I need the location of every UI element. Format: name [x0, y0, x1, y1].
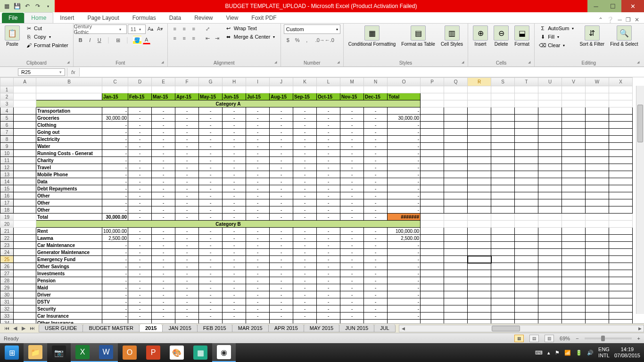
- row-header-33[interactable]: 33: [0, 313, 14, 320]
- fill-color-button[interactable]: 🪣: [133, 36, 141, 44]
- align-right-icon[interactable]: ≡: [190, 34, 198, 42]
- col-header-E[interactable]: E: [152, 78, 175, 86]
- align-left-icon[interactable]: ≡: [171, 34, 179, 42]
- percent-format-icon[interactable]: %: [293, 36, 302, 44]
- taskbar-paint[interactable]: 🎨: [165, 343, 189, 362]
- col-header-F[interactable]: F: [175, 78, 199, 86]
- row-header-13[interactable]: 13: [0, 171, 14, 178]
- page-break-view-button[interactable]: ▥: [545, 335, 554, 342]
- qat-more-icon[interactable]: ▾: [44, 2, 52, 10]
- row-header-3[interactable]: 3: [0, 100, 14, 107]
- save-icon[interactable]: 💾: [13, 2, 21, 10]
- row-header-5[interactable]: 5: [0, 115, 14, 122]
- format-cells-button[interactable]: ⬓Format: [512, 25, 531, 48]
- copy-button[interactable]: ⎘Copy▾: [24, 33, 70, 41]
- decrease-indent-icon[interactable]: ⇤: [204, 34, 212, 42]
- tab-view[interactable]: View: [220, 13, 245, 23]
- col-header-U[interactable]: U: [538, 78, 562, 86]
- tray-network-icon[interactable]: 📶: [564, 350, 571, 356]
- sheet-tab-2015[interactable]: 2015: [139, 324, 163, 332]
- tab-review[interactable]: Review: [188, 13, 219, 23]
- row-header-17[interactable]: 17: [0, 199, 14, 206]
- tray-flag-icon[interactable]: ⚑: [555, 350, 560, 356]
- taskbar-powerpoint[interactable]: P: [141, 343, 165, 362]
- col-header-N[interactable]: N: [364, 78, 388, 86]
- sheet-tab-apr-2015[interactable]: APR 2015: [268, 324, 304, 332]
- col-header-A[interactable]: A: [14, 78, 36, 86]
- row-header-22[interactable]: 22: [0, 235, 14, 242]
- row-header-27[interactable]: 27: [0, 270, 14, 277]
- row-header-24[interactable]: 24: [0, 249, 14, 256]
- sheet-tab-jun-2015[interactable]: JUN 2015: [339, 324, 374, 332]
- minimize-ribbon-icon[interactable]: ⌃: [598, 16, 603, 23]
- taskbar-camera[interactable]: 📷: [47, 343, 71, 362]
- row-header-16[interactable]: 16: [0, 192, 14, 199]
- row-header-4[interactable]: 4: [0, 107, 14, 115]
- align-middle-icon[interactable]: ≡: [180, 25, 189, 33]
- col-header-I[interactable]: I: [246, 78, 270, 86]
- cut-button[interactable]: ✂Cut: [24, 25, 70, 32]
- col-header-L[interactable]: L: [317, 78, 340, 86]
- format-painter-button[interactable]: 🖌Format Painter: [24, 41, 70, 49]
- zoom-out-button[interactable]: −: [576, 336, 578, 341]
- tab-insert[interactable]: Insert: [53, 13, 81, 23]
- active-cell[interactable]: [468, 256, 491, 263]
- sheet-last-icon[interactable]: ⏭: [28, 325, 36, 331]
- number-format-select[interactable]: Custom▾: [284, 25, 340, 34]
- col-header-W[interactable]: W: [586, 78, 609, 86]
- maximize-button[interactable]: ☐: [604, 0, 621, 12]
- col-header-S[interactable]: S: [491, 78, 515, 86]
- font-color-button[interactable]: A: [142, 36, 151, 44]
- find-select-button[interactable]: 🔍Find & Select: [608, 25, 640, 48]
- autosum-button[interactable]: ΣAutoSum▾: [537, 25, 576, 32]
- col-header-B[interactable]: B: [36, 78, 102, 86]
- tab-file[interactable]: File: [2, 13, 24, 23]
- col-header-G[interactable]: G: [199, 78, 223, 86]
- wrap-text-button[interactable]: ↩Wrap Text: [223, 25, 277, 32]
- font-size-select[interactable]: 11▾: [128, 25, 146, 34]
- underline-button[interactable]: U: [95, 36, 104, 44]
- taskbar-chrome[interactable]: ◉: [212, 343, 236, 362]
- col-header-X[interactable]: X: [609, 78, 633, 86]
- col-header-O[interactable]: O: [388, 78, 421, 86]
- col-header-Q[interactable]: Q: [444, 78, 468, 86]
- sheet-tab-budget-master[interactable]: BUDGET MASTER: [83, 324, 140, 332]
- row-header-19[interactable]: 19: [0, 214, 14, 221]
- taskbar-explorer[interactable]: 📁: [24, 343, 47, 362]
- row-header-23[interactable]: 23: [0, 242, 14, 249]
- accounting-format-icon[interactable]: $: [284, 36, 292, 44]
- row-header-2[interactable]: 2: [0, 93, 14, 100]
- row-header-14[interactable]: 14: [0, 178, 14, 185]
- workbook-close-icon[interactable]: ✕: [635, 16, 639, 23]
- vertical-scrollbar[interactable]: [636, 86, 644, 314]
- tray-language[interactable]: ENGINTL: [598, 346, 610, 359]
- taskbar-outlook[interactable]: O: [118, 343, 141, 362]
- col-header-T[interactable]: T: [515, 78, 538, 86]
- col-header-K[interactable]: K: [293, 78, 317, 86]
- border-button[interactable]: ⊞: [114, 36, 123, 44]
- formula-input[interactable]: [80, 67, 644, 77]
- conditional-formatting-button[interactable]: ▦Conditional Formatting: [347, 25, 398, 48]
- row-header-26[interactable]: 26: [0, 263, 14, 270]
- bold-button[interactable]: B: [76, 36, 85, 44]
- row-header-21[interactable]: 21: [0, 228, 14, 235]
- row-header-1[interactable]: 1: [0, 86, 14, 93]
- start-button[interactable]: ⊞: [0, 343, 24, 362]
- sort-filter-button[interactable]: ⇵Sort & Filter: [578, 25, 606, 48]
- tab-foxit[interactable]: Foxit PDF: [245, 13, 283, 23]
- row-header-6[interactable]: 6: [0, 122, 14, 129]
- sheet-next-icon[interactable]: ▶: [20, 325, 27, 331]
- sheet-first-icon[interactable]: ⏮: [3, 325, 10, 331]
- tray-volume-icon[interactable]: 🔊: [587, 350, 594, 356]
- tray-keyboard-icon[interactable]: ⌨: [535, 350, 543, 356]
- insert-cells-button[interactable]: ⊕Insert: [471, 25, 490, 48]
- row-header-31[interactable]: 31: [0, 298, 14, 305]
- tab-home[interactable]: Home: [24, 12, 53, 23]
- horizontal-scrollbar[interactable]: ◀▶: [399, 325, 644, 332]
- align-top-icon[interactable]: ≡: [171, 25, 179, 33]
- tab-formulas[interactable]: Formulas: [126, 13, 163, 23]
- col-header-D[interactable]: D: [128, 78, 152, 86]
- delete-cells-button[interactable]: ⊖Delete: [492, 25, 511, 48]
- row-header-30[interactable]: 30: [0, 291, 14, 298]
- zoom-slider[interactable]: [585, 337, 632, 339]
